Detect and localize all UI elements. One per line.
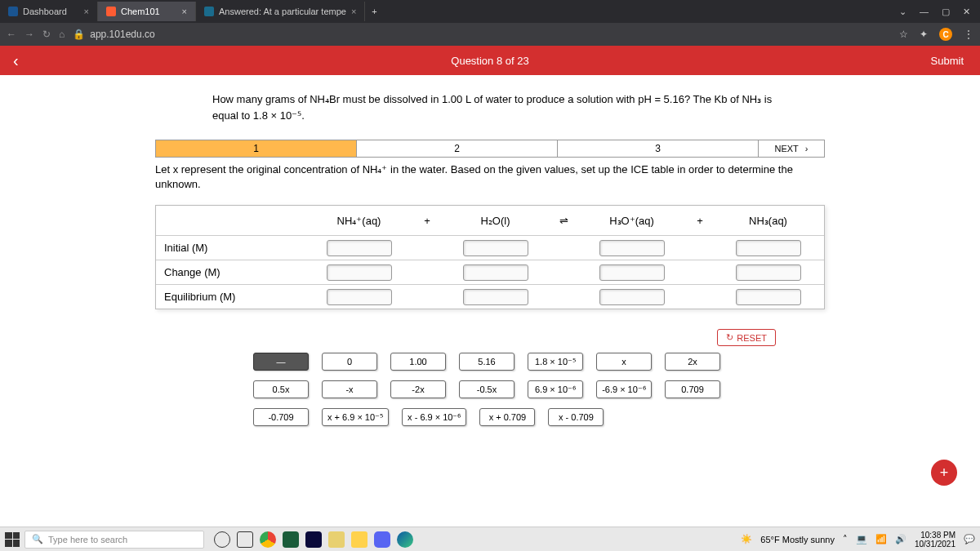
chip[interactable]: 6.9 × 10⁻⁶ bbox=[528, 380, 583, 398]
file-explorer-icon[interactable] bbox=[351, 531, 368, 548]
star-icon[interactable]: ☆ bbox=[899, 29, 908, 40]
chip[interactable]: -2x bbox=[390, 380, 446, 398]
ice-dropzone[interactable] bbox=[599, 289, 665, 305]
ice-dropzone[interactable] bbox=[463, 289, 528, 305]
chip[interactable]: -x bbox=[322, 380, 377, 398]
chrome-icon[interactable] bbox=[260, 531, 276, 548]
maximize-button[interactable]: ▢ bbox=[942, 7, 950, 17]
browser-tabs: Dashboard × Chem101 × Answered: At a par… bbox=[0, 0, 980, 23]
tab-answered[interactable]: Answered: At a particular tempe × bbox=[196, 2, 365, 21]
chip[interactable]: 0.709 bbox=[665, 380, 720, 398]
cortana-icon[interactable] bbox=[214, 531, 230, 548]
close-icon[interactable]: × bbox=[182, 7, 187, 16]
ice-row-change: Change (M) bbox=[156, 260, 824, 284]
chip[interactable]: x bbox=[596, 353, 652, 371]
ice-dropzone[interactable] bbox=[327, 240, 392, 256]
close-icon[interactable]: × bbox=[84, 7, 89, 16]
question-back-button[interactable]: ‹ bbox=[0, 51, 32, 70]
profile-icon[interactable]: C bbox=[939, 28, 952, 41]
ice-dropzone[interactable] bbox=[327, 264, 392, 281]
chip[interactable]: x + 0.709 bbox=[479, 408, 535, 426]
new-tab-button[interactable]: + bbox=[365, 7, 383, 16]
chip[interactable]: — bbox=[253, 353, 309, 371]
step-2[interactable]: 2 bbox=[357, 140, 558, 157]
species-h3o: H₃O⁺(aq) bbox=[576, 215, 688, 227]
tray-chevron-icon[interactable]: ˄ bbox=[843, 534, 848, 544]
notifications-icon[interactable]: 💬 bbox=[964, 534, 975, 544]
submit-button[interactable]: Submit bbox=[915, 55, 980, 67]
chip[interactable]: x - 6.9 × 10⁻⁶ bbox=[402, 408, 466, 426]
equil-sym: ⇌ bbox=[551, 215, 576, 227]
ice-dropzone[interactable] bbox=[599, 240, 665, 256]
reload-button[interactable]: ↻ bbox=[42, 29, 51, 40]
close-window-button[interactable]: ✕ bbox=[963, 7, 970, 17]
chip[interactable]: 2x bbox=[665, 353, 720, 371]
next-step-button[interactable]: NEXT › bbox=[759, 140, 824, 157]
chip[interactable]: 0 bbox=[322, 353, 377, 371]
weather-text[interactable]: 65°F Mostly sunny bbox=[760, 535, 835, 544]
row-label: Change (M) bbox=[156, 266, 303, 278]
add-fab[interactable]: + bbox=[931, 460, 957, 486]
taskbar-apps bbox=[214, 531, 413, 548]
discord-icon[interactable] bbox=[374, 531, 390, 548]
ice-dropzone[interactable] bbox=[327, 289, 392, 305]
forward-button[interactable]: → bbox=[24, 29, 34, 40]
taskbar-tray: ☀️ 65°F Mostly sunny ˄ 💻 📶 🔊 10:38 PM 10… bbox=[741, 531, 975, 549]
chip[interactable]: 0.5x bbox=[253, 380, 309, 398]
start-button[interactable] bbox=[5, 532, 20, 547]
tab-chem101[interactable]: Chem101 × bbox=[98, 2, 196, 21]
wifi-icon[interactable]: 📶 bbox=[875, 534, 887, 544]
reset-button[interactable]: ↻ RESET bbox=[717, 329, 776, 346]
chip[interactable]: 1.8 × 10⁻⁵ bbox=[528, 353, 583, 371]
question-bar: ‹ Question 8 of 23 Submit bbox=[0, 46, 980, 75]
search-placeholder: Type here to search bbox=[48, 535, 127, 544]
lock-icon: 🔒 bbox=[73, 29, 85, 40]
edge-icon[interactable] bbox=[397, 531, 413, 548]
chip[interactable]: x - 0.709 bbox=[548, 408, 604, 426]
question-text: How many grams of NH₄Br must be dissolve… bbox=[180, 91, 800, 123]
clock[interactable]: 10:38 PM 10/31/2021 bbox=[915, 531, 956, 549]
app-icon[interactable] bbox=[283, 531, 299, 548]
reset-icon: ↻ bbox=[726, 332, 733, 343]
url-display[interactable]: 🔒 app.101edu.co bbox=[73, 29, 154, 40]
taskview-icon[interactable] bbox=[237, 531, 253, 548]
ice-table: NH₄⁺(aq) + H₂O(l) ⇌ H₃O⁺(aq) + NH₃(aq) I… bbox=[155, 205, 825, 309]
tab-label: Chem101 bbox=[121, 7, 160, 16]
minimize-button[interactable]: — bbox=[920, 7, 929, 17]
ice-dropzone[interactable] bbox=[736, 289, 801, 305]
step-hint: Let x represent the original concentrati… bbox=[155, 162, 825, 192]
bartleby-icon bbox=[204, 7, 214, 16]
reset-label: RESET bbox=[737, 333, 767, 343]
app-icon[interactable] bbox=[328, 531, 345, 548]
dropdown-icon[interactable]: ⌄ bbox=[899, 7, 906, 17]
ice-dropzone[interactable] bbox=[463, 264, 528, 281]
step-3[interactable]: 3 bbox=[558, 140, 759, 157]
next-label: NEXT bbox=[774, 144, 798, 153]
address-bar: ← → ↻ ⌂ 🔒 app.101edu.co ☆ ✦ C ⋮ bbox=[0, 23, 980, 46]
ice-dropzone[interactable] bbox=[599, 264, 665, 281]
tab-label: Dashboard bbox=[23, 7, 67, 16]
taskbar-search[interactable]: 🔍 Type here to search bbox=[24, 531, 204, 549]
tab-dashboard[interactable]: Dashboard × bbox=[0, 2, 98, 21]
step-1[interactable]: 1 bbox=[156, 140, 357, 157]
app-icon[interactable] bbox=[305, 531, 322, 548]
chip[interactable]: x + 6.9 × 10⁻⁵ bbox=[322, 408, 389, 426]
ice-dropzone[interactable] bbox=[463, 240, 528, 256]
menu-icon[interactable]: ⋮ bbox=[964, 29, 973, 40]
chip[interactable]: 1.00 bbox=[390, 353, 446, 371]
species-nh4: NH₄⁺(aq) bbox=[303, 215, 415, 227]
weather-icon[interactable]: ☀️ bbox=[741, 534, 752, 544]
back-button[interactable]: ← bbox=[7, 29, 16, 40]
tray-display-icon[interactable]: 💻 bbox=[856, 534, 867, 544]
close-icon[interactable]: × bbox=[351, 7, 356, 16]
ice-dropzone[interactable] bbox=[736, 240, 801, 256]
volume-icon[interactable]: 🔊 bbox=[895, 534, 906, 544]
extension-icon[interactable]: ✦ bbox=[920, 29, 928, 40]
question-counter: Question 8 of 23 bbox=[451, 55, 528, 67]
ice-dropzone[interactable] bbox=[736, 264, 801, 281]
chip[interactable]: 5.16 bbox=[459, 353, 514, 371]
chip[interactable]: -0.5x bbox=[459, 380, 514, 398]
home-button[interactable]: ⌂ bbox=[59, 29, 65, 40]
chip[interactable]: -0.709 bbox=[253, 408, 309, 426]
chip[interactable]: -6.9 × 10⁻⁶ bbox=[596, 380, 652, 398]
